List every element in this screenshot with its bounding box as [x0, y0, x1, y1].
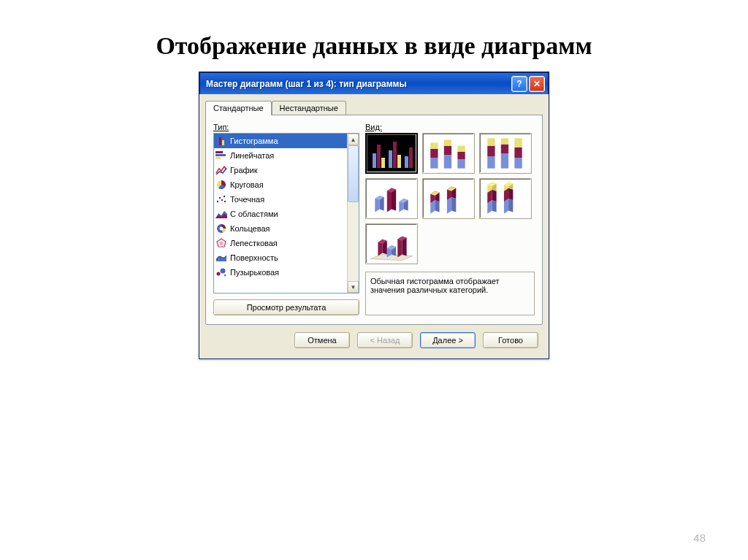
list-item-pie[interactable]: Круговая [214, 177, 347, 192]
svg-rect-5 [215, 154, 226, 156]
svg-rect-30 [430, 158, 438, 168]
list-item-label: С областями [230, 210, 278, 218]
list-item-label: Кольцевая [230, 224, 270, 233]
chart-type-list[interactable]: Гистограмма Линейчатая [213, 133, 359, 294]
type-column: Тип: Гистограмма [213, 123, 359, 315]
subtype-3d-clustered-column[interactable] [365, 178, 418, 219]
buttons-row: Отмена < Назад Далее > Готово [205, 325, 543, 353]
chart-wizard-dialog: Мастер диаграмм (шаг 1 из 4): тип диагра… [199, 72, 549, 359]
cancel-button[interactable]: Отмена [294, 332, 350, 348]
svg-point-11 [224, 196, 225, 197]
histogram-icon [215, 136, 227, 146]
list-item-label: Лепестковая [230, 239, 278, 248]
svg-marker-70 [492, 190, 496, 202]
finish-button[interactable]: Готово [483, 332, 538, 348]
list-item-line[interactable]: График [214, 163, 347, 177]
dialog-body: Стандартные Нестандартные Тип: Гистограм… [199, 94, 549, 358]
svg-rect-34 [444, 146, 451, 155]
next-button[interactable]: Далее > [420, 332, 476, 348]
list-item-label: Линейчатая [230, 151, 274, 160]
back-button[interactable]: < Назад [357, 332, 413, 348]
list-item-doughnut[interactable]: Кольцевая [214, 221, 347, 236]
panel-standard: Тип: Гистограмма [205, 115, 543, 325]
help-icon: ? [516, 79, 522, 89]
svg-rect-27 [397, 155, 401, 168]
surface-icon [215, 253, 227, 263]
list-item-label: График [230, 166, 258, 174]
svg-rect-31 [430, 149, 438, 158]
svg-rect-36 [457, 159, 465, 168]
list-item-radar[interactable]: Лепестковая [214, 236, 347, 250]
subtype-3d-100pct-stacked-column[interactable] [479, 178, 532, 219]
svg-rect-33 [444, 155, 451, 169]
titlebar-text: Мастер диаграмм (шаг 1 из 4): тип диагра… [206, 79, 510, 89]
svg-rect-42 [501, 153, 508, 169]
list-item-bubble[interactable]: Пузырьковая [214, 265, 347, 280]
list-item-bar[interactable]: Линейчатая [214, 148, 347, 163]
subtype-stacked-column[interactable] [422, 133, 475, 174]
svg-rect-38 [457, 146, 465, 152]
subtype-clustered-column[interactable] [365, 133, 418, 174]
svg-rect-26 [393, 142, 397, 168]
list-item-label: Точечная [230, 195, 264, 204]
svg-rect-24 [381, 158, 385, 168]
scrollbar[interactable]: ▲ ▼ [347, 134, 359, 293]
svg-rect-4 [215, 151, 223, 153]
svg-rect-46 [514, 147, 522, 158]
subtype-3d-stacked-column[interactable] [422, 178, 475, 219]
svg-point-21 [224, 275, 226, 277]
svg-point-10 [221, 199, 223, 201]
list-item-scatter[interactable]: Точечная [214, 192, 347, 207]
titlebar: Мастер диаграмм (шаг 1 из 4): тип диагра… [199, 72, 549, 94]
list-item-surface[interactable]: Поверхность [214, 250, 347, 265]
svg-rect-35 [444, 139, 451, 145]
svg-rect-22 [373, 153, 376, 168]
svg-rect-6 [215, 157, 221, 159]
svg-point-9 [219, 197, 221, 199]
svg-rect-28 [405, 156, 408, 168]
tabstrip: Стандартные Нестандартные [205, 101, 543, 115]
svg-rect-45 [514, 158, 522, 168]
subtype-100pct-stacked-column[interactable] [479, 133, 532, 174]
svg-rect-1 [219, 137, 221, 145]
pie-icon [215, 180, 227, 190]
svg-point-19 [217, 272, 221, 276]
svg-marker-18 [219, 241, 224, 245]
subtype-3d-column[interactable] [365, 223, 418, 264]
list-item-histogram[interactable]: Гистограмма [214, 134, 347, 148]
list-item-label: Поверхность [230, 253, 278, 262]
subtype-description: Обычная гистограмма отображает значения … [365, 272, 535, 315]
slide-title: Отображение данных в виде диаграмм [0, 32, 748, 60]
svg-point-12 [224, 201, 226, 202]
radar-icon [215, 238, 227, 248]
scroll-thumb[interactable] [348, 145, 359, 202]
scroll-track[interactable] [348, 202, 359, 281]
view-column: Вид: [365, 123, 535, 315]
svg-rect-43 [501, 145, 508, 153]
list-item-label: Гистограмма [230, 137, 278, 145]
help-button[interactable]: ? [511, 76, 527, 92]
svg-rect-41 [487, 138, 495, 145]
svg-rect-23 [377, 145, 381, 168]
close-icon: ✕ [533, 79, 541, 89]
scroll-down-button[interactable]: ▼ [348, 281, 359, 293]
slide-number: 48 [693, 532, 706, 544]
tab-standard[interactable]: Стандартные [205, 101, 272, 115]
preview-button[interactable]: Просмотр результата [213, 299, 359, 315]
svg-rect-40 [487, 146, 495, 156]
scroll-up-button[interactable]: ▲ [348, 134, 359, 145]
svg-rect-25 [389, 150, 392, 168]
svg-rect-47 [514, 138, 522, 147]
svg-marker-58 [435, 200, 439, 212]
list-item-area[interactable]: С областями [214, 207, 347, 221]
list-item-label: Пузырьковая [230, 268, 279, 277]
close-button[interactable]: ✕ [529, 76, 545, 92]
list-item-label: Круговая [230, 180, 264, 189]
svg-marker-77 [508, 188, 513, 201]
bar-icon [215, 150, 227, 161]
line-icon [215, 165, 227, 175]
svg-rect-0 [216, 139, 218, 145]
type-label: Тип: [213, 123, 359, 131]
svg-rect-29 [409, 147, 413, 168]
tab-nonstandard[interactable]: Нестандартные [272, 101, 346, 115]
